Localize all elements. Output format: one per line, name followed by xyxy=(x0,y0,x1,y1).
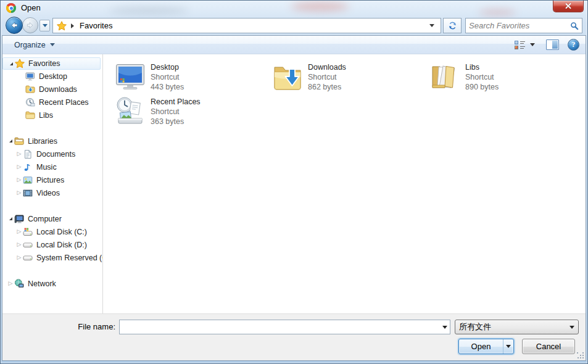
computer-icon xyxy=(14,214,24,224)
expander-closed-icon[interactable]: ▷ xyxy=(15,255,23,260)
sidebar-item-recent-places[interactable]: Recent Places xyxy=(2,96,102,109)
network-icon xyxy=(14,279,24,289)
refresh-icon xyxy=(448,21,457,30)
expander-open-icon[interactable] xyxy=(7,62,15,65)
expander-closed-icon[interactable]: ▷ xyxy=(15,151,23,157)
forward-arrow-icon xyxy=(27,22,35,30)
open-dialog-window: Open Favorites Organize xyxy=(0,0,588,364)
help-button[interactable] xyxy=(568,39,579,51)
file-tile-recent-places[interactable]: Recent Places Shortcut 363 bytes xyxy=(115,96,273,131)
favorites-star-icon xyxy=(57,21,67,31)
file-type-select[interactable]: 所有文件 xyxy=(455,320,579,334)
file-name-combo xyxy=(119,320,450,334)
expander-closed-icon[interactable]: ▷ xyxy=(15,190,23,196)
file-size: 363 bytes xyxy=(151,117,201,126)
views-icon xyxy=(515,41,525,49)
pictures-icon xyxy=(23,175,33,185)
sidebar-item-libs[interactable]: Libs xyxy=(2,109,102,122)
expander-closed-icon[interactable]: ▷ xyxy=(15,242,23,247)
search-input[interactable] xyxy=(469,21,570,30)
dialog-body: Organize Favorites xyxy=(2,35,586,361)
file-tile-desktop[interactable]: Desktop Shortcut 443 bytes xyxy=(115,62,273,96)
file-tile-libs[interactable]: Libs Shortcut 890 bytes xyxy=(430,62,587,96)
refresh-button[interactable] xyxy=(443,18,462,33)
sidebar-item-documents[interactable]: ▷ Documents xyxy=(2,147,102,160)
sidebar-item-computer[interactable]: Computer xyxy=(2,212,102,225)
file-type: Shortcut xyxy=(151,107,201,117)
main-content: Favorites Desktop Downloads Recent Place… xyxy=(2,54,586,313)
recent-places-icon xyxy=(25,97,35,107)
libs-shortcut-icon xyxy=(430,62,460,91)
navigation-pane: Favorites Desktop Downloads Recent Place… xyxy=(2,54,103,313)
breadcrumb[interactable]: Favorites xyxy=(52,18,441,33)
close-button[interactable] xyxy=(553,1,584,12)
desktop-shortcut-icon xyxy=(115,62,145,91)
window-title: Open xyxy=(21,3,41,12)
sidebar-item-local-disk-d[interactable]: ▷ Local Disk (D:) xyxy=(2,238,102,251)
preview-pane-button[interactable] xyxy=(546,39,559,50)
recent-pages-dropdown[interactable] xyxy=(39,20,50,31)
search-icon xyxy=(570,22,579,30)
navigation-bar: Favorites xyxy=(2,16,586,35)
file-name-dropdown[interactable] xyxy=(439,320,450,334)
change-view-button[interactable] xyxy=(512,39,537,51)
expander-closed-icon[interactable]: ▷ xyxy=(7,281,14,286)
expander-closed-icon[interactable]: ▷ xyxy=(15,164,23,170)
file-name: Libs xyxy=(465,62,499,72)
breadcrumb-dropdown-icon[interactable] xyxy=(429,24,434,27)
sidebar-item-downloads[interactable]: Downloads xyxy=(2,83,102,96)
chrome-app-icon xyxy=(6,3,16,13)
star-icon xyxy=(15,59,25,68)
sidebar-item-pictures[interactable]: ▷ Pictures xyxy=(2,173,102,186)
open-button[interactable]: Open xyxy=(459,339,503,354)
sidebar-item-libraries[interactable]: Libraries xyxy=(2,134,102,147)
file-type: Shortcut xyxy=(465,72,499,82)
expander-closed-icon[interactable]: ▷ xyxy=(15,229,23,234)
libraries-icon xyxy=(14,136,24,146)
sidebar-item-videos[interactable]: ▷ Videos xyxy=(2,186,102,199)
cancel-button[interactable]: Cancel xyxy=(522,339,575,354)
disk-c-icon xyxy=(23,227,33,237)
chevron-down-icon xyxy=(530,43,535,46)
sidebar-item-favorites[interactable]: Favorites xyxy=(2,57,101,70)
open-dropdown-button[interactable] xyxy=(503,339,513,354)
breadcrumb-location[interactable]: Favorites xyxy=(80,21,112,30)
resize-grip-icon[interactable] xyxy=(576,351,584,359)
forward-button[interactable] xyxy=(22,17,38,33)
sidebar-item-music[interactable]: ▷ Music xyxy=(2,160,102,173)
sidebar-item-system-reserved-g[interactable]: ▷ System Reserved (G: xyxy=(2,251,102,264)
chevron-down-icon xyxy=(43,24,48,27)
file-name: Recent Places xyxy=(151,97,201,107)
sidebar-item-local-disk-c[interactable]: ▷ Local Disk (C:) xyxy=(2,225,102,238)
sidebar-item-desktop[interactable]: Desktop xyxy=(2,70,102,83)
command-toolbar: Organize xyxy=(2,36,586,54)
file-list: Desktop Shortcut 443 bytes Downloads Sho… xyxy=(103,54,587,313)
file-name-input[interactable] xyxy=(120,323,439,332)
title-bar: Open xyxy=(2,1,586,16)
breadcrumb-arrow-icon xyxy=(71,23,74,28)
folder-icon xyxy=(25,110,35,120)
organize-button[interactable]: Organize xyxy=(9,38,60,52)
back-button[interactable] xyxy=(6,17,23,34)
back-arrow-icon xyxy=(10,21,19,30)
recent-places-shortcut-icon xyxy=(115,96,145,126)
monitor-icon xyxy=(25,72,35,81)
file-size: 890 bytes xyxy=(465,82,499,92)
file-type: Shortcut xyxy=(308,72,346,82)
dialog-footer: File name: 所有文件 Open Cancel xyxy=(2,313,586,360)
expander-closed-icon[interactable]: ▷ xyxy=(15,177,23,183)
file-tile-downloads[interactable]: Downloads Shortcut 862 bytes xyxy=(273,62,430,96)
file-size: 862 bytes xyxy=(308,82,346,92)
expander-open-icon[interactable] xyxy=(7,217,14,220)
expander-open-icon[interactable] xyxy=(7,139,14,143)
sidebar-item-network[interactable]: ▷ Network xyxy=(2,277,102,290)
search-box xyxy=(465,18,582,33)
document-icon xyxy=(23,149,33,159)
downloads-shortcut-icon xyxy=(273,62,302,91)
file-type: Shortcut xyxy=(151,72,184,82)
file-size: 443 bytes xyxy=(151,82,184,92)
chevron-down-icon xyxy=(569,326,574,329)
folder-download-icon xyxy=(25,85,35,94)
file-name: Desktop xyxy=(151,62,184,72)
disk-icon xyxy=(23,240,33,250)
